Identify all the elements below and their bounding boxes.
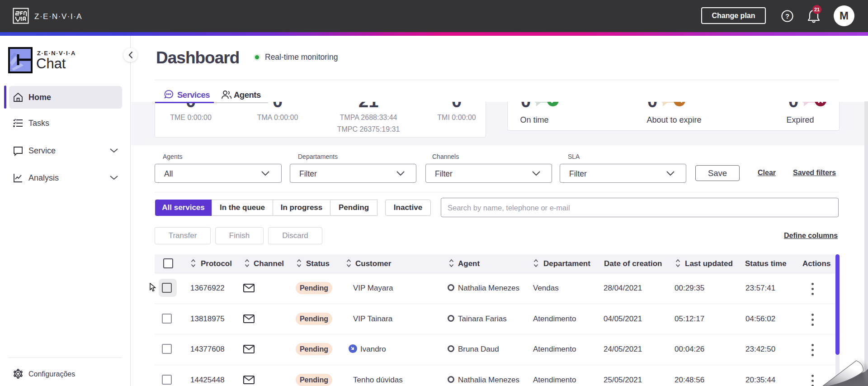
svg-text:?: ? <box>785 12 789 20</box>
